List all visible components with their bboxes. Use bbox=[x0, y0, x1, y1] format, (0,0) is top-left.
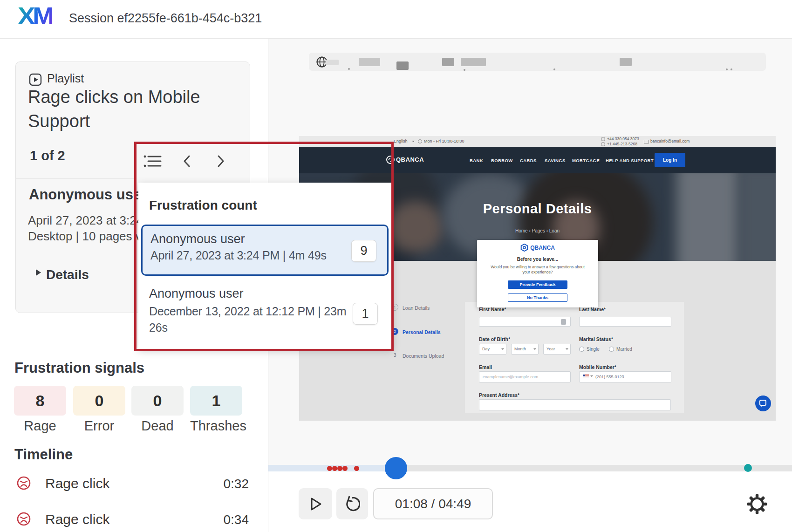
site-brand: QBANCA bbox=[396, 156, 424, 163]
player-time-display: 01:08 / 04:49 bbox=[373, 488, 493, 519]
page-title: Session ef2255fe-661b-454c-b321 bbox=[69, 11, 262, 26]
breadcrumb-pages: Pages bbox=[532, 228, 545, 233]
site-nav-cards: CARDS bbox=[520, 158, 537, 163]
chat-bubble-button bbox=[755, 396, 771, 411]
mobile-placeholder: (201) 555-0123 bbox=[595, 375, 624, 379]
caret-down-icon bbox=[566, 348, 568, 350]
breadcrumb-separator: › bbox=[546, 228, 548, 233]
caret-down-icon bbox=[412, 141, 415, 142]
us-flag-canton bbox=[583, 375, 585, 376]
redacted-tab-block bbox=[461, 58, 486, 66]
provide-feedback-button: Provide Feedback bbox=[508, 280, 567, 289]
thrash-event-marker[interactable] bbox=[744, 464, 752, 472]
stat-error-label: Error bbox=[73, 418, 125, 434]
marital-status-label: Marital Status* bbox=[579, 336, 613, 342]
redacted-dot bbox=[348, 68, 350, 70]
playlist-video-icon bbox=[29, 73, 42, 86]
modal-title: Before you leave... bbox=[477, 257, 598, 262]
settings-gear-icon[interactable] bbox=[746, 493, 768, 515]
site-nav-help: HELP AND SUPPORT bbox=[606, 158, 654, 163]
address-input bbox=[479, 399, 671, 410]
married-label: Married bbox=[616, 347, 632, 352]
rage-click-icon bbox=[16, 512, 31, 526]
last-name-input bbox=[579, 317, 671, 327]
rage-event-marker[interactable] bbox=[342, 466, 348, 471]
single-radio bbox=[579, 347, 584, 352]
replay-icon bbox=[344, 496, 360, 512]
dob-year-value: Year bbox=[546, 347, 555, 351]
timeline-heading: Timeline bbox=[14, 446, 73, 463]
rage-event-marker[interactable] bbox=[332, 466, 337, 471]
step-2-label: Personal Details bbox=[403, 329, 441, 335]
mobile-input bbox=[579, 371, 671, 382]
address-label: Present Address* bbox=[479, 392, 519, 398]
xm-logo: XM bbox=[18, 2, 52, 30]
rage-event-marker[interactable] bbox=[354, 466, 359, 471]
step-3-indicator: 3 bbox=[394, 353, 396, 358]
card-separator bbox=[16, 178, 134, 179]
redacted-tab-block bbox=[326, 60, 339, 65]
modal-body: Would you be willing to answer a few que… bbox=[486, 265, 589, 275]
player-playhead[interactable] bbox=[385, 457, 407, 479]
site-hours: Mon - Fri 10:00-18:00 bbox=[424, 139, 464, 143]
redacted-tab-block bbox=[359, 58, 380, 66]
caret-down-icon bbox=[590, 375, 593, 377]
phone-icon bbox=[601, 142, 605, 146]
timeline-event-label[interactable]: Rage click bbox=[45, 476, 109, 491]
dob-label: Date of Birth* bbox=[479, 336, 510, 342]
mail-icon bbox=[644, 140, 649, 143]
session-replay-app: XM Session ef2255fe-661b-454c-b321 Playl… bbox=[0, 0, 792, 532]
email-label: Email bbox=[479, 364, 492, 370]
site-nav-bank: BANK bbox=[470, 158, 483, 163]
married-radio bbox=[609, 347, 614, 352]
redacted-tab-block bbox=[442, 58, 454, 66]
no-thanks-button: No Thanks bbox=[508, 293, 567, 302]
site-nav-savings: SAVINGS bbox=[545, 158, 566, 163]
stat-error-value: 0 bbox=[73, 386, 125, 416]
playlist-title: Rage clicks on Mobile Support bbox=[28, 85, 238, 133]
step-1-label: Loan Details bbox=[403, 305, 430, 311]
site-language: English bbox=[394, 139, 408, 143]
us-flag-icon bbox=[583, 375, 589, 378]
chat-icon bbox=[759, 400, 767, 407]
site-exit-modal: QBANCA Before you leave... Would you be … bbox=[477, 240, 598, 307]
caret-down-icon bbox=[501, 348, 504, 350]
site-nav-mortgage: MORTGAGE bbox=[572, 158, 600, 163]
autofill-icon bbox=[561, 319, 566, 325]
redacted-dot bbox=[731, 68, 732, 70]
breadcrumb-home: Home bbox=[515, 228, 528, 233]
caret-down-icon bbox=[533, 348, 536, 350]
stat-dead-label: Dead bbox=[131, 418, 184, 434]
play-button[interactable] bbox=[299, 488, 332, 519]
breadcrumb-separator: › bbox=[529, 228, 530, 233]
details-toggle[interactable]: Details bbox=[46, 267, 89, 282]
email-placeholder: examplename@example.com bbox=[483, 375, 538, 379]
step-3-label: Documents Upload bbox=[403, 353, 444, 359]
annotation-highlight-box bbox=[134, 142, 394, 351]
rage-event-marker[interactable] bbox=[327, 466, 332, 471]
site-phone-1: +44 330 054 3073 bbox=[607, 136, 639, 141]
site-email: bancainfo@email.com bbox=[650, 139, 690, 143]
first-name-input bbox=[479, 317, 571, 327]
site-phone-2: +1 445-213-5268 bbox=[607, 142, 637, 146]
replay-button[interactable] bbox=[336, 488, 368, 519]
stat-thrashes-value: 1 bbox=[190, 386, 242, 416]
timeline-event-time: 0:34 bbox=[186, 512, 249, 527]
phone-icon bbox=[601, 137, 605, 141]
breadcrumb-loan: Loan bbox=[549, 228, 560, 233]
redacted-tab-block bbox=[620, 58, 632, 66]
timeline-event-label[interactable]: Rage click bbox=[45, 512, 109, 527]
rage-event-marker[interactable] bbox=[337, 466, 342, 471]
dob-month-value: Month bbox=[514, 347, 526, 351]
modal-brand-text: QBANCA bbox=[530, 245, 555, 251]
stat-dead-value: 0 bbox=[131, 386, 184, 416]
frustration-signals-heading: Frustration signals bbox=[14, 360, 144, 376]
playlist-position: 1 of 2 bbox=[30, 148, 65, 164]
stat-rage-value: 8 bbox=[14, 386, 66, 416]
timeline-event-time: 0:32 bbox=[186, 477, 249, 491]
mobile-label: Mobile Number* bbox=[579, 364, 616, 370]
clock-icon bbox=[418, 139, 422, 143]
modal-brand-icon bbox=[520, 244, 528, 252]
redacted-tab-block bbox=[396, 61, 409, 70]
stat-thrashes-label: Thrashes bbox=[190, 418, 242, 434]
